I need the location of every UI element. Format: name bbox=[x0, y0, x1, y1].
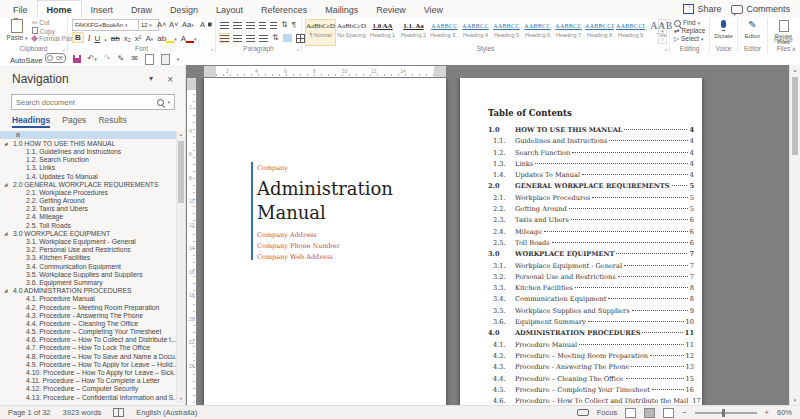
toc-entry[interactable]: 3.6.Equipment Summary10 bbox=[488, 318, 694, 329]
italic-button[interactable]: I bbox=[88, 34, 91, 43]
print-layout-button[interactable] bbox=[644, 408, 655, 418]
proofing-status-icon[interactable] bbox=[113, 408, 124, 417]
show-paragraph-marks-button[interactable]: ¶ bbox=[292, 20, 296, 30]
nav-heading-item[interactable]: 4.4. Procedure – Cleaning The Office bbox=[0, 319, 176, 327]
doc-scroll-up-icon[interactable]: ▴ bbox=[790, 65, 800, 75]
navigation-scrollbar[interactable]: ▴ ▾ bbox=[176, 131, 185, 403]
read-mode-button[interactable] bbox=[625, 408, 636, 418]
font-color-button[interactable]: A▾ bbox=[181, 34, 197, 43]
nav-heading-item[interactable]: 3.3. Kitchen Facilities bbox=[0, 254, 176, 262]
company-contact-block[interactable]: Company Address Company Phone Number Com… bbox=[257, 230, 340, 263]
company-phone-field[interactable]: Company Phone Number bbox=[257, 241, 340, 252]
collapse-triangle-icon[interactable]: ◢ bbox=[4, 141, 13, 146]
nav-heading-item[interactable]: 1.1. Guidelines and Instructions bbox=[0, 147, 176, 155]
nav-heading-item[interactable]: 4.11. Procedure – How To Complete a Lett… bbox=[0, 377, 176, 385]
toc-entry[interactable]: 3.3.Kitchen Facilities8 bbox=[488, 284, 694, 295]
toc-entry[interactable]: 2.1.Workplace Procedures5 bbox=[488, 194, 694, 205]
nav-heading-item[interactable]: 2.1. Workplace Procedures bbox=[0, 188, 176, 196]
style-heading-8[interactable]: AABBCCDHeading 8 bbox=[584, 19, 615, 46]
editor-button[interactable]: ✎ bbox=[738, 20, 767, 30]
autosave-toggle[interactable]: AutoSaveOff bbox=[10, 53, 66, 65]
share-button[interactable]: ↑ Share bbox=[683, 4, 721, 14]
nav-scroll-down-icon[interactable]: ▾ bbox=[177, 395, 185, 403]
cut-button[interactable]: ✄ Cut bbox=[32, 19, 49, 27]
document-title[interactable]: Administration Manual bbox=[257, 177, 392, 226]
zoom-out-button[interactable]: − bbox=[682, 408, 686, 417]
style-heading-1[interactable]: 1.0 AAHeading 1 bbox=[367, 19, 398, 46]
align-left-button[interactable] bbox=[220, 34, 229, 42]
toc-entry[interactable]: 1.0HOW TO USE THIS MANUAL4 bbox=[488, 126, 694, 137]
navigation-close-icon[interactable]: × bbox=[167, 74, 173, 85]
print-preview-button[interactable] bbox=[161, 54, 170, 65]
doc-scroll-down-icon[interactable]: ▾ bbox=[790, 395, 800, 405]
nav-heading-item[interactable]: 2.3. Taxis and Ubers bbox=[0, 205, 176, 213]
nav-scroll-up-icon[interactable]: ▴ bbox=[177, 131, 185, 139]
text-effects-button[interactable]: A▾ bbox=[145, 34, 153, 43]
grow-font-button[interactable]: A˄ bbox=[157, 19, 166, 30]
change-case-button[interactable]: Aa▾ bbox=[182, 19, 194, 31]
nav-heading-item[interactable] bbox=[0, 131, 176, 139]
ribbon-tab-draw[interactable]: Draw bbox=[122, 0, 161, 18]
style-heading-9[interactable]: AABBCCDHeading 9 bbox=[615, 19, 646, 46]
toc-entry[interactable]: 4.5.Procedure – Completing Your Timeshee… bbox=[488, 386, 694, 397]
nav-heading-item[interactable]: 4.9. Procedure – How To Apply for Leave … bbox=[0, 360, 176, 368]
dictate-button[interactable] bbox=[710, 20, 737, 30]
highlight-button[interactable]: ab▾ bbox=[157, 34, 176, 43]
font-size-combobox[interactable]: 12 ▾ bbox=[138, 19, 159, 31]
qat-customize-dropdown[interactable]: ▾ bbox=[177, 56, 180, 62]
underline-dropdown[interactable]: ▾ bbox=[104, 37, 107, 43]
bullets-button[interactable] bbox=[220, 21, 229, 29]
search-dropdown-icon[interactable]: ▾ bbox=[167, 99, 170, 105]
toc-entry[interactable]: 4.3.Procedure - Answering The Phone13 bbox=[488, 363, 694, 374]
style-no-spacing[interactable]: AaBbCcDdNo Spacing bbox=[336, 19, 367, 46]
toc-entry[interactable]: 2.2.Getting Around5 bbox=[488, 205, 694, 216]
ribbon-tab-design[interactable]: Design bbox=[161, 0, 207, 18]
toc-entry[interactable]: 1.1.Guidelines and Instructions4 bbox=[488, 137, 694, 148]
web-layout-button[interactable] bbox=[663, 408, 674, 418]
nav-heading-item[interactable]: ◢1.0 HOW TO USE THIS MANUAL bbox=[0, 139, 176, 147]
nav-heading-item[interactable]: 3.1. Workplace Equipment - General bbox=[0, 237, 176, 245]
nav-heading-item[interactable]: 2.5. Toll Roads bbox=[0, 221, 176, 229]
ribbon-tab-mailings[interactable]: Mailings bbox=[316, 0, 367, 18]
ink-pen-button[interactable]: ✎ bbox=[117, 54, 124, 64]
collapse-triangle-icon[interactable]: ◢ bbox=[4, 182, 13, 187]
numbering-button[interactable] bbox=[233, 21, 242, 29]
multilevel-list-button[interactable] bbox=[246, 21, 255, 29]
toc-entry[interactable]: 3.5.Workplace Supplies and Suppliers9 bbox=[488, 307, 694, 318]
redo-button[interactable]: ↷ bbox=[104, 54, 111, 64]
collapse-triangle-icon[interactable]: ◢ bbox=[4, 231, 13, 236]
style-heading-2[interactable]: 1.1. AaHeading 2 bbox=[398, 19, 429, 46]
nav-heading-item[interactable]: 2.2. Getting Around bbox=[0, 197, 176, 205]
ribbon-tab-references[interactable]: References bbox=[252, 0, 316, 18]
paragraph-dialog-launcher[interactable]: ⌟ bbox=[296, 45, 299, 52]
toc-entry[interactable]: 2.0GENERAL WORKPLACE REQUIREMENTS5 bbox=[488, 182, 694, 193]
nav-heading-item[interactable]: 3.2. Personal Use and Restrictions bbox=[0, 246, 176, 254]
toc-entry[interactable]: 2.5.Toll Roads6 bbox=[488, 239, 694, 250]
nav-heading-item[interactable]: ◢4.0 ADMINISTRATION PROCEDURES bbox=[0, 287, 176, 295]
comments-button[interactable]: Comments bbox=[731, 4, 790, 14]
ribbon-tab-view[interactable]: View bbox=[415, 0, 452, 18]
nav-tab-headings[interactable]: Headings bbox=[12, 115, 50, 128]
email-button[interactable]: ✉ bbox=[131, 54, 138, 64]
paste-button[interactable]: Paste ▾ bbox=[4, 19, 30, 44]
new-document-button[interactable] bbox=[145, 54, 154, 65]
shading-button[interactable] bbox=[283, 34, 292, 42]
clipboard-dialog-launcher[interactable]: ⌟ bbox=[62, 45, 65, 52]
nav-tab-results[interactable]: Results bbox=[98, 115, 126, 128]
toc-entry[interactable]: 2.4.Mileage6 bbox=[488, 228, 694, 239]
font-name-combobox[interactable]: FAKKFG+BookAn ▾ bbox=[72, 19, 140, 31]
word-count[interactable]: 3923 words bbox=[63, 408, 102, 417]
doc-scroll-thumb[interactable] bbox=[792, 77, 798, 155]
nav-heading-item[interactable]: 2.4. Mileage bbox=[0, 213, 176, 221]
title-page[interactable]: Company Administration Manual Company Ad… bbox=[204, 78, 446, 405]
style-heading-7[interactable]: AABBCCHeading 7 bbox=[553, 19, 584, 46]
ribbon-tab-insert[interactable]: Insert bbox=[82, 0, 123, 18]
zoom-in-button[interactable]: + bbox=[765, 408, 769, 417]
collapse-triangle-icon[interactable]: ◢ bbox=[4, 288, 13, 293]
bold-button[interactable]: B bbox=[72, 32, 84, 43]
ribbon-tab-review[interactable]: Review bbox=[367, 0, 415, 18]
find-button[interactable]: Find▾ bbox=[674, 19, 700, 27]
toc-entry[interactable]: 4.0ADMINISTRATION PROCEDURES11 bbox=[488, 329, 694, 340]
nav-heading-item[interactable]: ◢3.0 WORKPLACE EQUIPMENT bbox=[0, 229, 176, 237]
nav-tab-pages[interactable]: Pages bbox=[62, 115, 86, 128]
